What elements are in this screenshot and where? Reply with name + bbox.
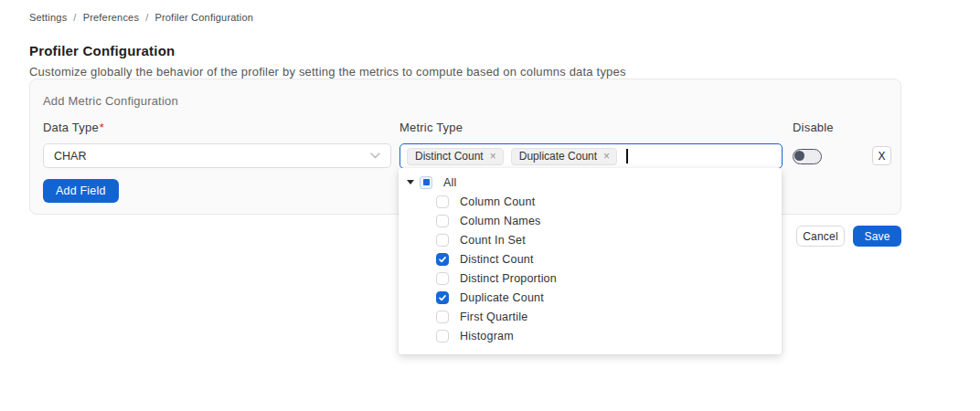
dropdown-option-all[interactable]: All — [399, 173, 782, 192]
dropdown-option-label: Distinct Proportion — [460, 272, 557, 285]
text-cursor — [626, 149, 628, 163]
dropdown-option-label: Distinct Count — [460, 253, 534, 266]
dropdown-option-label: Duplicate Count — [460, 291, 544, 304]
disable-label: Disable — [793, 121, 834, 134]
checkbox[interactable] — [436, 215, 449, 227]
toggle-knob — [794, 151, 804, 161]
dropdown-option-label: Histogram — [460, 330, 514, 342]
checkbox-indeterminate[interactable] — [420, 176, 432, 189]
breadcrumb-separator: / — [73, 12, 76, 23]
checkbox[interactable] — [436, 195, 449, 208]
page-subtitle: Customize globally the behavior of the p… — [29, 65, 626, 79]
save-button[interactable]: Save — [853, 226, 901, 247]
dropdown-option-label: Column Count — [460, 195, 535, 208]
checkbox[interactable] — [436, 311, 449, 323]
dropdown-option[interactable]: Distinct Proportion — [399, 269, 782, 288]
data-type-label-text: Data Type — [43, 121, 99, 134]
dropdown-option[interactable]: Column Count — [399, 192, 782, 211]
card-title: Add Metric Configuration — [43, 94, 178, 108]
required-asterisk: * — [100, 121, 104, 134]
metric-tag-label: Distinct Count — [415, 150, 484, 163]
dropdown-option[interactable]: First Quartile — [399, 307, 782, 326]
add-field-button[interactable]: Add Field — [43, 179, 119, 203]
metric-tag: Distinct Count × — [407, 148, 504, 165]
chevron-down-icon — [370, 153, 380, 159]
checkbox[interactable] — [436, 291, 449, 304]
dropdown-option[interactable]: Column Names — [399, 211, 782, 230]
metric-type-dropdown: All Column Count Column Names Count In S… — [399, 168, 782, 354]
metric-type-multiselect[interactable]: Distinct Count × Duplicate Count × — [399, 143, 783, 169]
metric-tag: Duplicate Count × — [511, 148, 617, 165]
dropdown-option-label: All — [443, 176, 457, 189]
checkbox[interactable] — [436, 272, 449, 285]
dropdown-option[interactable]: Duplicate Count — [399, 288, 782, 307]
dropdown-option[interactable]: Distinct Count — [399, 249, 782, 269]
checkbox[interactable] — [436, 234, 449, 247]
remove-tag-icon[interactable]: × — [490, 151, 496, 162]
checkbox-indeterminate-mark — [423, 179, 430, 185]
checkbox[interactable] — [436, 253, 449, 266]
dropdown-option[interactable]: Histogram — [399, 326, 782, 345]
metric-tag-label: Duplicate Count — [519, 150, 597, 163]
remove-tag-icon[interactable]: × — [603, 151, 610, 162]
page-title: Profiler Configuration — [29, 43, 175, 58]
metric-type-label: Metric Type — [399, 121, 463, 134]
cancel-button[interactable]: Cancel — [796, 226, 845, 247]
checkmark-icon — [438, 255, 447, 264]
breadcrumb-item: Profiler Configuration — [154, 12, 253, 23]
breadcrumb-separator: / — [145, 12, 148, 23]
breadcrumb-item[interactable]: Preferences — [83, 12, 140, 23]
checkmark-icon — [438, 293, 447, 302]
data-type-label: Data Type* — [43, 121, 104, 134]
dropdown-option-label: First Quartile — [460, 311, 527, 323]
breadcrumb: Settings/Preferences/Profiler Configurat… — [29, 12, 253, 23]
data-type-select[interactable]: CHAR — [43, 143, 391, 168]
disable-toggle[interactable] — [793, 149, 822, 164]
dropdown-option-label: Column Names — [460, 215, 541, 227]
breadcrumb-item[interactable]: Settings — [29, 12, 67, 23]
dropdown-option-label: Count In Set — [460, 234, 526, 247]
data-type-selected-value: CHAR — [54, 150, 86, 163]
remove-row-button[interactable]: X — [872, 146, 891, 165]
checkbox[interactable] — [436, 330, 449, 342]
tree-expand-caret-icon[interactable] — [407, 180, 414, 184]
profiler-configuration-page: Settings/Preferences/Profiler Configurat… — [0, 0, 980, 411]
dropdown-option[interactable]: Count In Set — [399, 230, 782, 249]
